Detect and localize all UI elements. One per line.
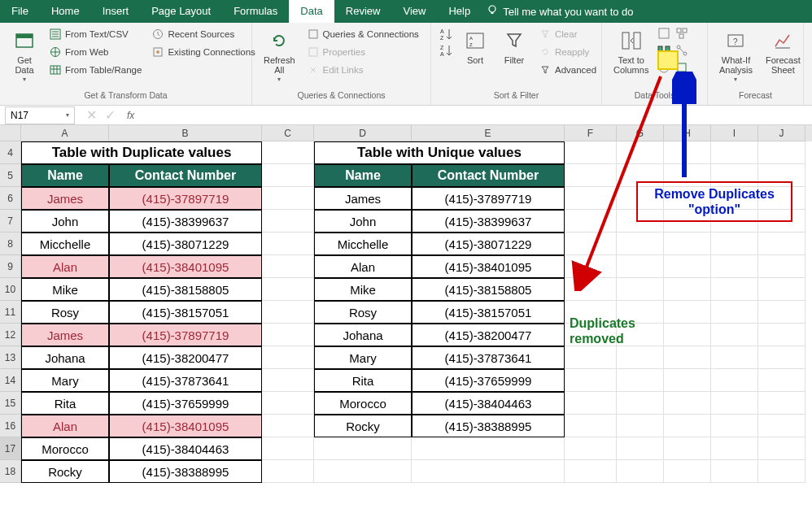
data-cell-contact[interactable]: (415)-37873641	[412, 346, 565, 369]
data-cell-name[interactable]: Alan	[314, 255, 412, 278]
data-cell-contact[interactable]	[412, 460, 565, 483]
menu-tab-formulas[interactable]: Formulas	[222, 0, 289, 23]
data-cell-name[interactable]: Alan	[21, 415, 109, 437]
cell[interactable]	[664, 255, 711, 278]
chevron-down-icon[interactable]: ▾	[66, 111, 69, 119]
existing-connections-button[interactable]: Existing Connections	[148, 44, 258, 60]
data-cell-name[interactable]	[314, 437, 412, 460]
data-cell-contact[interactable]: (415)-38399637	[109, 210, 262, 233]
row-header[interactable]: 7	[0, 210, 21, 233]
data-cell-name[interactable]: Alan	[21, 255, 109, 278]
sort-az-button[interactable]: AZ	[438, 26, 454, 42]
forecast-sheet-button[interactable]: Forecast Sheet	[761, 26, 805, 76]
row-header[interactable]: 9	[0, 255, 21, 278]
cell[interactable]	[711, 415, 758, 437]
row-header[interactable]: 10	[0, 278, 21, 301]
cell[interactable]	[664, 415, 711, 437]
cell[interactable]	[664, 324, 711, 346]
data-cell-contact[interactable]: (415)-38401095	[109, 255, 262, 278]
row-header[interactable]: 5	[0, 164, 21, 187]
cell[interactable]	[565, 278, 617, 301]
cell[interactable]	[262, 369, 314, 392]
cell[interactable]	[565, 392, 617, 415]
queries-connections-button[interactable]: Queries & Connections	[303, 26, 422, 42]
data-cell-contact[interactable]: (415)-38157051	[412, 301, 565, 324]
from-table-range-button[interactable]: From Table/Range	[46, 62, 145, 78]
data-cell-name[interactable]: Rocky	[314, 415, 412, 437]
cell[interactable]	[711, 141, 758, 164]
cell[interactable]	[617, 278, 664, 301]
row-header[interactable]: 13	[0, 346, 21, 369]
recent-sources-button[interactable]: Recent Sources	[148, 26, 258, 42]
from-text-csv-button[interactable]: From Text/CSV	[46, 26, 145, 42]
what-if-analysis-button[interactable]: ? What-If Analysis ▾	[714, 26, 757, 85]
row-header[interactable]: 6	[0, 187, 21, 210]
data-cell-name[interactable]: John	[314, 210, 412, 233]
cell[interactable]	[262, 233, 314, 255]
cell[interactable]	[758, 233, 805, 255]
data-cell-contact[interactable]: (415)-37659999	[412, 369, 565, 392]
cell[interactable]	[711, 346, 758, 369]
data-cell-contact[interactable]: (415)-38071229	[109, 233, 262, 255]
menu-tab-data[interactable]: Data	[289, 0, 334, 23]
row-header[interactable]: 14	[0, 369, 21, 392]
cell[interactable]	[617, 460, 664, 483]
data-cell-contact[interactable]: (415)-37873641	[109, 369, 262, 392]
fx-icon[interactable]: fx	[122, 110, 139, 121]
data-cell-contact[interactable]: (415)-37897719	[412, 187, 565, 210]
table-title-right[interactable]: Table with Unique values	[314, 141, 565, 164]
row-header[interactable]: 8	[0, 233, 21, 255]
cell[interactable]	[758, 346, 805, 369]
row-header[interactable]: 18	[0, 460, 21, 483]
data-cell-name[interactable]: Rocky	[21, 460, 109, 483]
name-box[interactable]: N17 ▾	[5, 107, 75, 124]
column-header[interactable]: B	[109, 125, 262, 141]
data-cell-contact[interactable]: (415)-38158805	[109, 278, 262, 301]
data-cell-contact[interactable]: (415)-38399637	[412, 210, 565, 233]
cell[interactable]	[758, 437, 805, 460]
column-header[interactable]: C	[262, 125, 314, 141]
cell[interactable]	[262, 210, 314, 233]
column-header[interactable]: H	[664, 125, 711, 141]
table-title-left[interactable]: Table with Duplicate values	[21, 141, 262, 164]
cell[interactable]	[664, 141, 711, 164]
data-cell-contact[interactable]: (415)-38404463	[109, 437, 262, 460]
cell[interactable]	[664, 392, 711, 415]
cell[interactable]	[758, 460, 805, 483]
data-cell-contact[interactable]: (415)-38404463	[412, 392, 565, 415]
cell[interactable]	[758, 415, 805, 437]
data-cell-contact[interactable]	[412, 437, 565, 460]
cell[interactable]	[711, 278, 758, 301]
data-cell-contact[interactable]: (415)-38200477	[109, 346, 262, 369]
row-header[interactable]: 17	[0, 437, 21, 460]
data-cell-name[interactable]: Morocco	[314, 392, 412, 415]
sort-button[interactable]: AZ Sort	[457, 26, 493, 67]
cell[interactable]	[565, 233, 617, 255]
cell[interactable]	[758, 369, 805, 392]
row-header[interactable]: 16	[0, 415, 21, 437]
cell[interactable]	[565, 210, 617, 233]
cell[interactable]	[711, 255, 758, 278]
row-header[interactable]: 11	[0, 301, 21, 324]
data-cell-name[interactable]: Johana	[314, 324, 412, 346]
data-cell-contact[interactable]: (415)-38071229	[412, 233, 565, 255]
cell[interactable]	[262, 415, 314, 437]
data-cell-name[interactable]: Rita	[314, 369, 412, 392]
cell[interactable]	[758, 278, 805, 301]
cell[interactable]	[262, 460, 314, 483]
column-header[interactable]: I	[711, 125, 758, 141]
menu-tab-page-layout[interactable]: Page Layout	[140, 0, 222, 23]
data-cell-name[interactable]: James	[314, 187, 412, 210]
cell[interactable]	[617, 369, 664, 392]
data-cell-contact[interactable]: (415)-37897719	[109, 324, 262, 346]
spreadsheet-grid[interactable]: ABCDEFGHIJ 4Table with Duplicate valuesT…	[0, 125, 812, 483]
menu-tab-file[interactable]: File	[0, 0, 40, 23]
text-to-columns-button[interactable]: Text to Columns	[609, 26, 653, 76]
sort-za-button[interactable]: ZA	[438, 42, 454, 59]
column-header[interactable]: J	[758, 125, 805, 141]
get-data-button[interactable]: Get Data ▾	[7, 26, 42, 85]
cell[interactable]	[565, 460, 617, 483]
select-all-corner[interactable]	[0, 125, 21, 141]
cell[interactable]	[565, 164, 617, 187]
data-cell-name[interactable]	[314, 460, 412, 483]
